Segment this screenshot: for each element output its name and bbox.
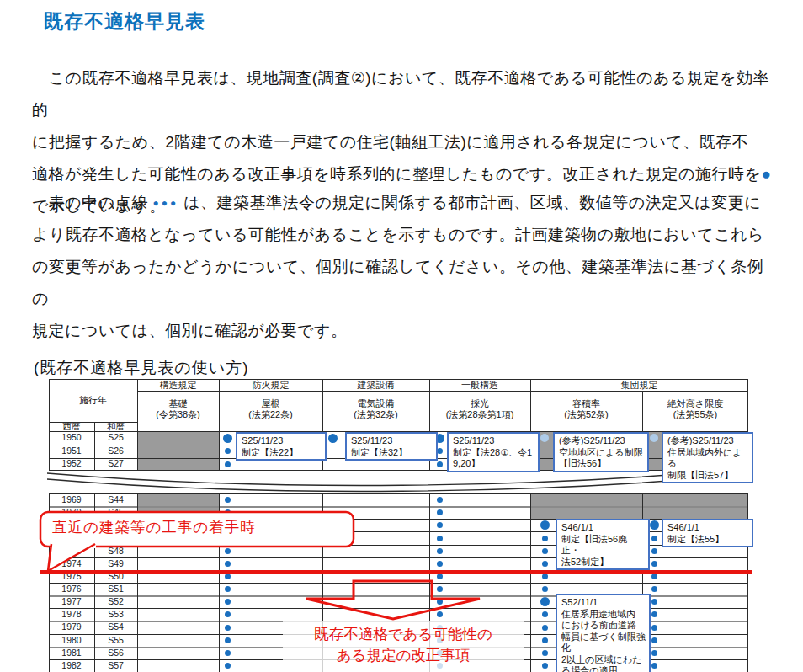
year-cell: 1951 [49, 444, 94, 457]
header-enforcement-year: 施行年 [49, 379, 137, 422]
header-group: 防火規定 [219, 379, 322, 391]
header-column: 基礎 (令第38条) [137, 391, 219, 428]
timeline-dot [542, 663, 548, 669]
amendment-label-line1: 既存不適格である可能性の [283, 624, 524, 645]
timeline-dot [651, 599, 657, 605]
header-group: 一般構造 [429, 379, 530, 391]
timeline-dot [328, 434, 338, 443]
timeline-dot [437, 536, 443, 541]
amendment-callout: S25/11/23 制定【法22】 [236, 432, 327, 461]
timeline-dot [437, 497, 443, 503]
timeline-dot [542, 536, 548, 541]
header-column: 容積率 (法第52条) [530, 391, 642, 428]
header-group: 集団規定 [530, 379, 748, 391]
era-cell: S52 [94, 595, 137, 608]
header-column: 絶対高さ限度 (法第55条) [642, 391, 748, 428]
amendment-callout: (参考)S25/11/23 住居地域内外による 制限【旧法57】 [662, 432, 753, 483]
timeline-dot [540, 434, 549, 442]
timeline-dot [225, 599, 231, 605]
header-column: 屋根 (法第22条) [219, 391, 322, 428]
timeline-dot [540, 520, 550, 530]
timeline-dot [651, 536, 657, 541]
timeline-dot [542, 561, 548, 567]
timeline-dot [542, 650, 548, 656]
timeline-dot [223, 434, 232, 443]
table-break-lines [32, 463, 766, 502]
era-cell: S57 [94, 659, 137, 672]
timeline-dot [651, 586, 657, 592]
timeline-dot [651, 548, 657, 554]
timeline-dot [651, 611, 657, 617]
table-grid-line [530, 493, 531, 672]
timeline-dot [542, 586, 548, 592]
timeline-dot [540, 597, 550, 606]
year-cell: 1980 [49, 634, 94, 647]
header-group: 建築設備 [322, 379, 429, 391]
construction-start-label: 直近の建築等の工事の着手時 [52, 517, 352, 537]
timeline-dot [225, 637, 231, 643]
year-cell: 1969 [49, 493, 94, 506]
amendment-callout: S25/11/23 制定【法28①、令1 9,20】 [447, 432, 540, 472]
table-grid-line [49, 506, 748, 508]
timeline-dot [225, 663, 231, 669]
year-cell: 1976 [49, 583, 94, 595]
timeline-dot [651, 561, 657, 567]
header-column: 採光 (法第28条第1項) [429, 391, 530, 428]
year-cell: 1978 [49, 608, 94, 621]
amendment-callout: S25/11/23 制定【法32】 [345, 432, 438, 461]
era-cell: S26 [94, 444, 137, 457]
timeline-dot [651, 625, 657, 631]
timeline-dot [651, 637, 657, 643]
header-wareki: 和暦 [94, 422, 137, 431]
era-cell: S53 [94, 608, 137, 621]
timeline-dot [650, 434, 658, 442]
amendment-callout: S52/11/1 住居系用途地域内 における前面道路 幅員に基づく制限強 化 2… [556, 594, 651, 672]
timeline-dot [225, 611, 231, 617]
era-cell: S56 [94, 647, 137, 659]
timeline-dot [437, 461, 443, 467]
timeline-dot [651, 663, 657, 669]
timeline-dot [225, 461, 231, 467]
timeline-dot [437, 522, 443, 528]
amendment-callout: S46/1/1 制定【法55】 [662, 519, 753, 547]
timeline-dot [225, 650, 231, 656]
timeline-dot [225, 448, 231, 454]
year-cell: 1952 [49, 457, 94, 471]
header-group: 構造規定 [137, 379, 219, 391]
era-cell: S54 [94, 621, 137, 633]
era-cell: S25 [94, 431, 137, 445]
era-cell: S44 [94, 493, 137, 506]
amendment-arrow-icon [303, 578, 484, 622]
era-cell: S27 [94, 457, 137, 471]
timeline-dot [542, 548, 548, 554]
year-cell: 1950 [49, 431, 94, 445]
amendment-callout: (参考)S25/11/23 空地地区による制限 【旧法56】 [553, 432, 649, 472]
year-cell: 1979 [49, 621, 94, 633]
amendment-callout: S46/1/1 制定【旧法56廃止・ 法52制定】 [556, 519, 650, 570]
amendment-arrow-label: 既存不適格である可能性の ある規定の改正事項 [283, 621, 524, 672]
timeline-dot [437, 548, 443, 554]
timeline-dot [542, 637, 548, 643]
timeline-dot [225, 625, 231, 631]
year-cell: 1981 [49, 647, 94, 659]
timeline-dot [542, 611, 548, 617]
document-page: 既存不適格早見表 この既存不適格早見表は、現地調査(調査②)において、既存不適格… [0, 0, 803, 672]
timeline-dot [225, 586, 231, 592]
timeline-dot [225, 497, 231, 503]
header-seireki: 西暦 [49, 422, 94, 431]
header-column: 電気設備 (法第32条) [322, 391, 429, 428]
amendment-label-line2: ある規定の改正事項 [283, 645, 524, 666]
year-cell: 1982 [49, 659, 94, 672]
timeline-dot [437, 509, 443, 515]
era-cell: S55 [94, 634, 137, 647]
timeline-dot [542, 625, 548, 631]
timeline-dot [651, 650, 657, 656]
timeline-dot [650, 520, 659, 530]
era-cell: S51 [94, 583, 137, 595]
timeline-dot [437, 561, 443, 567]
year-cell: 1977 [49, 595, 94, 608]
